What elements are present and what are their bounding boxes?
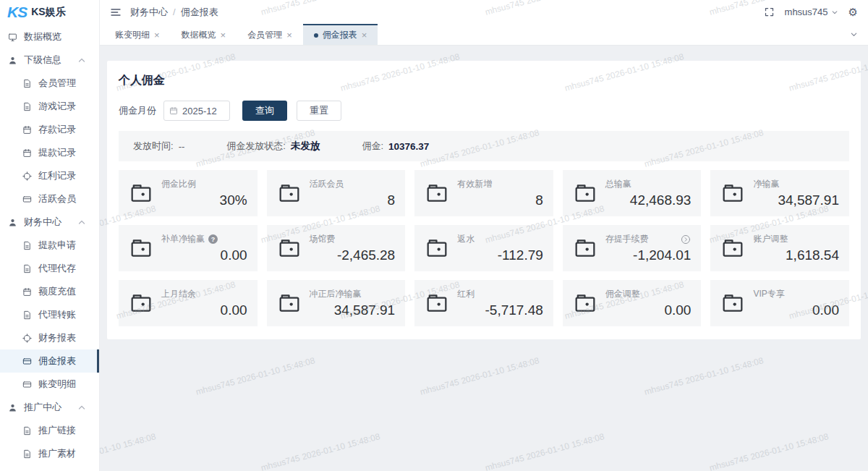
close-icon[interactable]: × xyxy=(362,30,367,40)
stat-card-venue-fee: 场馆费-2,465.28 xyxy=(267,225,406,271)
sidebar-item-member-management[interactable]: 会员管理 xyxy=(0,72,99,95)
month-picker-input[interactable]: 2025-12 xyxy=(163,101,230,121)
chevron-up-icon[interactable] xyxy=(77,56,86,64)
stat-card-label-row: 冲正后净输赢 xyxy=(310,288,396,300)
sidebar-item-finance-report[interactable]: 财务报表 xyxy=(0,326,99,349)
calendar-icon xyxy=(22,287,33,297)
wallet-icon xyxy=(426,238,448,258)
wallet-icon xyxy=(278,238,300,258)
stat-card-body: 账户调整1,618.54 xyxy=(753,233,839,263)
status-value: 10376.37 xyxy=(388,141,429,152)
stat-card-value: 42,468.93 xyxy=(605,192,692,208)
stat-card-label-row: 账户调整 xyxy=(753,233,839,245)
stat-card-label-row: 总输赢 xyxy=(605,178,692,190)
status-label: 佣金: xyxy=(362,140,383,153)
search-button[interactable]: 查询 xyxy=(242,101,287,121)
gear-icon[interactable]: ⚙ xyxy=(848,7,858,17)
stat-card-label: 场馆费 xyxy=(310,233,336,245)
stat-card-body: 净输赢34,587.91 xyxy=(753,178,839,208)
stat-card-valid-new-members: 有效新增8 xyxy=(414,170,553,216)
wallet-icon xyxy=(278,293,300,313)
help-icon[interactable]: ? xyxy=(208,234,218,244)
sidebar-item-active-members[interactable]: 活跃会员 xyxy=(0,187,99,211)
status-bar: 发放时间:--佣金发放状态:未发放佣金:10376.37 xyxy=(119,131,849,161)
document-icon xyxy=(22,425,33,436)
topbar-right: mhsus745 ⚙ xyxy=(764,7,858,17)
sidebar-item-label: 存款记录 xyxy=(38,123,76,136)
breadcrumb-item-finance-center[interactable]: 财务中心 xyxy=(130,6,168,19)
sidebar-item-finance-center[interactable]: 财务中心 xyxy=(0,211,99,234)
hamburger-icon[interactable] xyxy=(110,7,122,18)
sidebar-item-withdrawal-request[interactable]: 提款申请 xyxy=(0,234,99,257)
sidebar-item-commission-report[interactable]: 佣金报表 xyxy=(0,349,99,373)
main-area: 财务中心 / 佣金报表 mhsus745 ⚙ 账变明细×数据概览×会 xyxy=(100,0,868,471)
chevron-up-icon[interactable] xyxy=(77,218,86,226)
sidebar-item-sub-info[interactable]: 下级信息 xyxy=(0,48,99,72)
close-icon[interactable]: × xyxy=(221,30,226,40)
stat-card-body: VIP专享0.00 xyxy=(753,288,839,318)
arrow-right-circle-icon[interactable] xyxy=(681,234,691,245)
tab-commission-report[interactable]: 佣金报表× xyxy=(303,24,378,45)
tab-list-chevron-down-icon[interactable] xyxy=(840,24,868,45)
sidebar-item-withdrawal-records[interactable]: 提款记录 xyxy=(0,141,99,164)
sidebar-item-quota-recharge[interactable]: 额度充值 xyxy=(0,280,99,303)
stat-card-label-row: VIP专享 xyxy=(753,288,839,300)
stat-card-active-members: 活跃会员8 xyxy=(267,170,406,216)
wallet-icon xyxy=(722,238,744,258)
status-item: 佣金:10376.37 xyxy=(362,140,429,153)
sidebar-item-bonus-records[interactable]: 红利记录 xyxy=(0,164,99,187)
reset-button[interactable]: 重置 xyxy=(297,101,341,121)
breadcrumb-item-commission-report: 佣金报表 xyxy=(181,6,218,19)
sidebar-item-label: 红利记录 xyxy=(38,169,76,182)
sidebar-item-promotion-center[interactable]: 推广中心 xyxy=(0,396,99,419)
month-filter-label: 佣金月份 xyxy=(119,104,156,117)
chevron-up-icon[interactable] xyxy=(77,403,86,412)
calendar-icon xyxy=(169,106,178,115)
app-window: KS KS娱乐 数据概览下级信息会员管理游戏记录存款记录提款记录红利记录活跃会员… xyxy=(0,0,868,471)
stat-card-net-win-loss: 净输赢34,587.91 xyxy=(710,170,849,216)
user-menu[interactable]: mhsus745 xyxy=(785,7,838,17)
stat-card-corrected-net-win-loss: 冲正后净输赢34,587.91 xyxy=(267,280,406,326)
close-icon[interactable]: × xyxy=(154,30,160,40)
fullscreen-icon[interactable] xyxy=(764,7,775,17)
stat-card-body: 补单净输赢?0.00 xyxy=(161,233,247,263)
sidebar-item-deposit-records[interactable]: 存款记录 xyxy=(0,118,99,141)
sidebar-item-label: 提款申请 xyxy=(38,239,76,252)
stat-card-value: 1,618.54 xyxy=(753,247,839,263)
close-icon[interactable]: × xyxy=(286,30,292,40)
sidebar-item-game-records[interactable]: 游戏记录 xyxy=(0,95,99,118)
stat-card-body: 总输赢42,468.93 xyxy=(605,178,692,208)
stat-card-value: 30% xyxy=(161,192,247,208)
stat-card-value: 0.00 xyxy=(605,302,692,318)
brand: KS KS娱乐 xyxy=(0,0,99,24)
aim-icon xyxy=(22,171,33,182)
stat-card-value: -1,204.01 xyxy=(605,247,692,263)
stat-card-vip-exclusive: VIP专享0.00 xyxy=(710,280,849,326)
tab-label: 账变明细 xyxy=(115,29,150,41)
stat-card-commission-rate: 佣金比例30% xyxy=(119,170,258,216)
sidebar-item-account-change-detail[interactable]: 账变明细 xyxy=(0,373,99,396)
status-value: -- xyxy=(179,141,185,152)
breadcrumb: 财务中心 / 佣金报表 xyxy=(130,6,218,19)
stat-card-value: 34,587.91 xyxy=(310,302,396,318)
sidebar-item-label: 下级信息 xyxy=(24,54,61,67)
sidebar-nav: 数据概览下级信息会员管理游戏记录存款记录提款记录红利记录活跃会员财务中心提款申请… xyxy=(0,24,99,465)
wallet-icon xyxy=(278,183,300,203)
tab-data-overview[interactable]: 数据概览× xyxy=(171,24,237,45)
sidebar-item-data-overview[interactable]: 数据概览 xyxy=(0,25,99,48)
stat-card-body: 佣金调整0.00 xyxy=(605,288,692,318)
sidebar-item-agent-transfer[interactable]: 代理转账 xyxy=(0,303,99,326)
wallet-icon xyxy=(574,183,596,203)
stat-card-label-row: 返水 xyxy=(457,233,543,245)
tab-account-change-detail[interactable]: 账变明细× xyxy=(104,24,171,45)
sidebar-item-promotion-materials[interactable]: 推广素材 xyxy=(0,442,99,465)
sidebar-item-promotion-links[interactable]: 推广链接 xyxy=(0,419,99,442)
document-icon xyxy=(22,78,33,89)
sidebar-item-label: 提款记录 xyxy=(38,146,76,159)
ks-logo-icon: KS xyxy=(7,4,27,20)
tab-member-management[interactable]: 会员管理× xyxy=(237,24,303,45)
sidebar-item-agent-deposit[interactable]: 代理代存 xyxy=(0,257,99,280)
wallet-icon xyxy=(130,183,152,203)
stat-card-bonus: 红利-5,717.48 xyxy=(414,280,553,326)
sidebar-item-label: 财务报表 xyxy=(38,331,76,344)
